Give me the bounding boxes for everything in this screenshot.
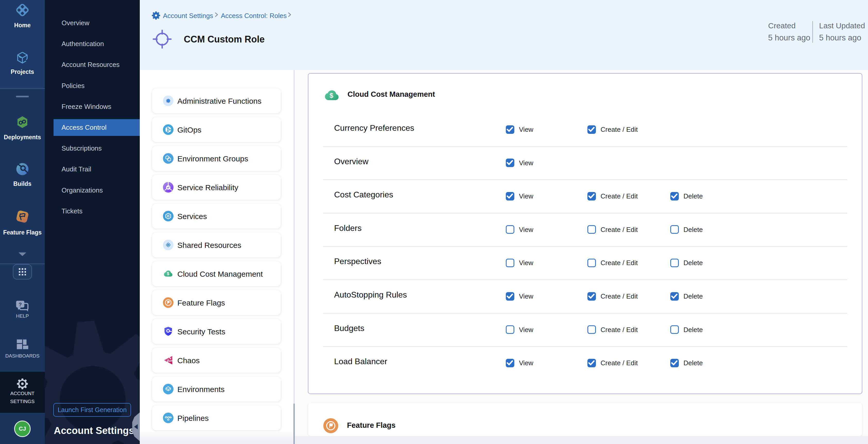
svg-text:$: $ [330,92,333,99]
svg-text:$: $ [167,271,169,276]
svg-text:?: ? [19,302,22,307]
